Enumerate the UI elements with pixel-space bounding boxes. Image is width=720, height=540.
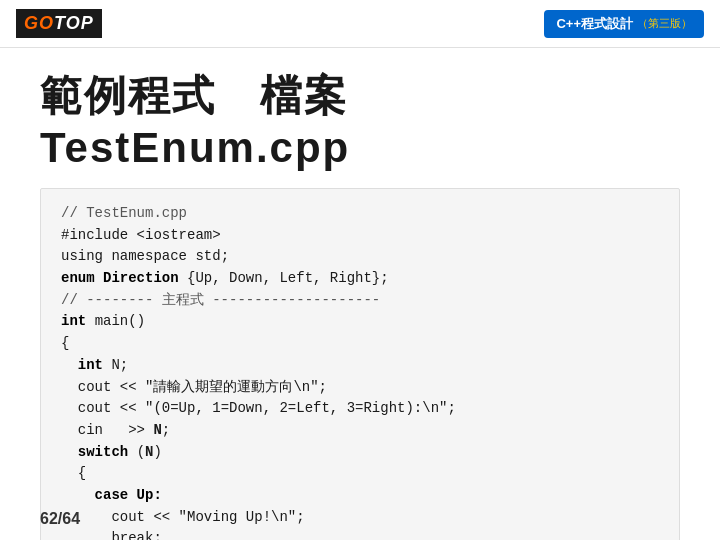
brand-badge: C++程式設計 （第三版） — [544, 10, 704, 38]
code-line-4: enum Direction {Up, Down, Left, Right}; — [61, 270, 389, 286]
title-english: TestEnum.cpp — [40, 124, 350, 171]
code-line-6: int main() — [61, 313, 145, 329]
code-line-5: // -------- 主程式 -------------------- — [61, 292, 380, 308]
code-line-1: // TestEnum.cpp — [61, 205, 187, 221]
top-bar: GOTOP C++程式設計 （第三版） — [0, 0, 720, 48]
code-line-13: { — [61, 465, 86, 481]
logo-top: TOP — [54, 13, 94, 33]
code-line-16: break; — [61, 530, 162, 540]
code-line-8: int N; — [61, 357, 128, 373]
page-indicator: 62/64 — [40, 510, 80, 527]
code-line-11: cin >> N; — [61, 422, 170, 438]
logo-box: GOTOP — [16, 9, 102, 38]
code-line-2: #include <iostream> — [61, 227, 221, 243]
code-line-9: cout << "請輸入期望的運動方向\n"; — [61, 379, 327, 395]
code-line-14: case Up: — [61, 487, 162, 503]
page-title: 範例程式 檔案 TestEnum.cpp — [40, 68, 680, 172]
main-content: 範例程式 檔案 TestEnum.cpp // TestEnum.cpp #in… — [0, 48, 720, 540]
logo-go: GO — [24, 13, 54, 33]
code-line-10: cout << "(0=Up, 1=Down, 2=Left, 3=Right)… — [61, 400, 456, 416]
code-line-7: { — [61, 335, 69, 351]
code-line-3: using namespace std; — [61, 248, 229, 264]
code-block: // TestEnum.cpp #include <iostream> usin… — [40, 188, 680, 540]
footer: 62/64 — [40, 510, 80, 528]
brand-text: C++程式設計 — [556, 15, 633, 33]
brand-edition: （第三版） — [637, 16, 692, 31]
logo-text: GOTOP — [24, 13, 94, 34]
logo-area: GOTOP — [16, 9, 102, 38]
code-line-15: cout << "Moving Up!\n"; — [61, 509, 305, 525]
title-chinese: 範例程式 檔案 — [40, 72, 348, 119]
code-line-12: switch (N) — [61, 444, 162, 460]
